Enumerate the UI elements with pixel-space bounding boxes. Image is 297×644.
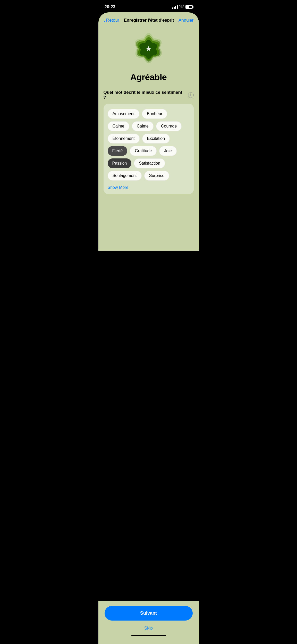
chip-calme1[interactable]: Calme [108,121,129,131]
chip-fierte[interactable]: Fierté [108,146,128,156]
chip-bonheur[interactable]: Bonheur [142,109,167,119]
show-more-button[interactable]: Show More [108,185,129,190]
mood-label: Agréable [130,72,167,82]
mood-icon [131,31,167,67]
status-time: 20:23 [105,4,115,10]
battery-icon [185,5,193,9]
chip-courage[interactable]: Courage [156,121,182,131]
back-label: Retour [106,18,119,23]
chip-etonnement[interactable]: Étonnement [108,134,140,143]
chips-row: Amusement Bonheur Calme Calme Courage Ét… [108,109,190,181]
page-title: Enregistrer l'état d'esprit [124,18,174,23]
chip-calme2[interactable]: Calme [132,121,154,131]
chip-joie[interactable]: Joie [159,146,176,156]
question-row: Quel mot décrit le mieux ce sentiment ? … [104,90,194,100]
chip-passion[interactable]: Passion [108,158,132,168]
nav-bar: ‹ Retour Enregistrer l'état d'esprit Ann… [98,12,199,26]
status-icons [172,5,193,9]
chip-soulagement[interactable]: Soulagement [108,171,142,181]
info-icon[interactable]: i [188,92,194,98]
chip-gratitude[interactable]: Gratitude [130,146,157,156]
app-container: ‹ Retour Enregistrer l'état d'esprit Ann… [98,12,199,251]
status-bar: 20:23 [98,0,199,12]
chevron-left-icon: ‹ [104,18,105,23]
wifi-icon [179,5,184,9]
chip-amusement[interactable]: Amusement [108,109,139,119]
chip-excitation[interactable]: Excitation [142,134,170,143]
chip-satisfaction[interactable]: Satisfaction [134,158,165,168]
content-area: Agréable Quel mot décrit le mieux ce sen… [98,26,199,194]
chips-container: Amusement Bonheur Calme Calme Courage Ét… [104,104,194,194]
signal-icon [172,5,178,9]
chip-surprise[interactable]: Surprise [144,171,169,181]
question-text: Quel mot décrit le mieux ce sentiment ? [104,90,186,100]
back-button[interactable]: ‹ Retour [104,18,119,23]
cancel-button[interactable]: Annuler [179,18,194,23]
